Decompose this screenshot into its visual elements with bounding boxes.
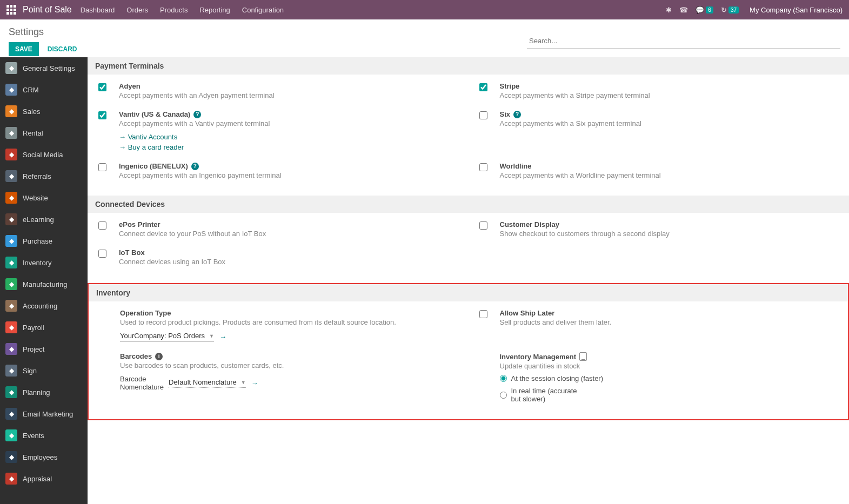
sidebar-app-icon: ◆ bbox=[5, 343, 17, 355]
external-link-icon[interactable]: → bbox=[219, 333, 226, 341]
sidebar-item-label: Social Media bbox=[23, 151, 82, 159]
setting-epos: ePos Printer Connect device to your PoS … bbox=[98, 220, 458, 238]
bug-icon[interactable]: ✱ bbox=[666, 6, 672, 14]
help-icon[interactable]: ? bbox=[193, 111, 201, 118]
checkbox-customer-display[interactable] bbox=[479, 221, 487, 230]
radio-session-closing[interactable] bbox=[500, 375, 507, 382]
sidebar-item-project[interactable]: ◆Project bbox=[0, 338, 88, 360]
help-icon[interactable]: ? bbox=[513, 111, 521, 118]
sidebar-item-label: Sign bbox=[23, 367, 82, 375]
sidebar-item-label: General Settings bbox=[23, 64, 82, 72]
save-button[interactable]: SAVE bbox=[9, 42, 39, 56]
developer-icon bbox=[579, 352, 587, 361]
settings-content: Payment Terminals Adyen Accept payments … bbox=[88, 57, 849, 504]
external-link-icon[interactable]: → bbox=[251, 379, 258, 387]
sidebar-item-accounting[interactable]: ◆Accounting bbox=[0, 295, 88, 317]
sidebar-item-email-marketing[interactable]: ◆Email Marketing bbox=[0, 403, 88, 425]
sidebar-item-purchase[interactable]: ◆Purchase bbox=[0, 230, 88, 252]
sidebar-item-general-settings[interactable]: ◆General Settings bbox=[0, 57, 88, 79]
radio-real-time[interactable] bbox=[500, 392, 507, 399]
settings-sidebar: ◆General Settings◆CRM◆Sales◆Rental◆Socia… bbox=[0, 57, 88, 504]
checkbox-ship-later[interactable] bbox=[479, 310, 487, 318]
link-buy-card-reader[interactable]: Buy a card reader bbox=[119, 143, 458, 151]
sidebar-item-elearning[interactable]: ◆eLearning bbox=[0, 209, 88, 230]
sidebar-item-label: Sales bbox=[23, 107, 82, 116]
sidebar-item-inventory[interactable]: ◆Inventory bbox=[0, 252, 88, 273]
desc-barcodes: Use barcodes to scan products, customer … bbox=[120, 361, 458, 369]
sidebar-item-employees[interactable]: ◆Employees bbox=[0, 446, 88, 468]
company-switcher[interactable]: My Company (San Francisco) bbox=[750, 6, 843, 14]
sidebar-item-appraisal[interactable]: ◆Appraisal bbox=[0, 468, 88, 489]
setting-iot-box: IoT Box Connect devices using an IoT Box bbox=[98, 248, 458, 266]
sidebar-app-icon: ◆ bbox=[5, 235, 17, 247]
desc-customer-display: Show checkout to customers through a sec… bbox=[500, 230, 839, 238]
systray: ✱ ☎ 💬6 ↻37 My Company (San Francisco) bbox=[666, 6, 843, 14]
messages-icon[interactable]: 💬6 bbox=[696, 6, 713, 14]
section-header-payment-terminals: Payment Terminals bbox=[88, 57, 849, 75]
checkbox-worldline[interactable] bbox=[479, 163, 487, 171]
apps-grid-icon[interactable] bbox=[6, 5, 16, 15]
sidebar-item-crm[interactable]: ◆CRM bbox=[0, 79, 88, 100]
sidebar-app-icon: ◆ bbox=[5, 408, 17, 420]
control-bar: Settings SAVE DISCARD bbox=[0, 19, 849, 57]
checkbox-iot-box[interactable] bbox=[98, 250, 106, 258]
discard-button[interactable]: DISCARD bbox=[42, 42, 83, 56]
app-brand[interactable]: Point of Sale bbox=[23, 5, 72, 15]
setting-customer-display: Customer Display Show checkout to custom… bbox=[479, 220, 839, 238]
activities-icon[interactable]: ↻37 bbox=[721, 6, 739, 14]
help-icon[interactable]: ? bbox=[191, 163, 199, 170]
setting-barcodes: Barcodesi Use barcodes to scan products,… bbox=[99, 352, 458, 391]
checkbox-six[interactable] bbox=[479, 111, 487, 119]
desc-adyen: Accept payments with an Adyen payment te… bbox=[119, 91, 458, 99]
label-iot-box: IoT Box bbox=[119, 248, 458, 257]
checkbox-stripe[interactable] bbox=[479, 83, 487, 91]
sidebar-item-sign[interactable]: ◆Sign bbox=[0, 360, 88, 381]
sidebar-item-sales[interactable]: ◆Sales bbox=[0, 100, 88, 122]
desc-inventory-management: Update quantities in stock bbox=[500, 362, 838, 370]
inventory-highlight: Inventory Operation Type Used to record … bbox=[88, 283, 849, 420]
checkbox-vantiv[interactable] bbox=[98, 111, 106, 119]
sidebar-item-referrals[interactable]: ◆Referrals bbox=[0, 165, 88, 187]
sidebar-item-website[interactable]: ◆Website bbox=[0, 187, 88, 209]
desc-iot-box: Connect devices using an IoT Box bbox=[119, 258, 458, 266]
sidebar-item-social-media[interactable]: ◆Social Media bbox=[0, 144, 88, 165]
sidebar-item-events[interactable]: ◆Events bbox=[0, 425, 88, 446]
support-icon[interactable]: ☎ bbox=[679, 6, 688, 14]
sidebar-app-icon: ◆ bbox=[5, 300, 17, 312]
info-icon[interactable]: i bbox=[155, 353, 163, 360]
radio-label-real-time: In real time (accurate but slower) bbox=[511, 387, 587, 403]
sidebar-item-label: Appraisal bbox=[23, 475, 82, 483]
barcode-nomenclature-dropdown[interactable]: Default Nomenclature ▼ bbox=[169, 378, 246, 388]
setting-worldline: Worldline Accept payments with a Worldli… bbox=[479, 162, 839, 179]
search-input[interactable] bbox=[527, 33, 840, 49]
label-barcodes: Barcodes bbox=[120, 352, 152, 360]
sidebar-item-planning[interactable]: ◆Planning bbox=[0, 381, 88, 403]
sidebar-app-icon: ◆ bbox=[5, 386, 17, 398]
desc-worldline: Accept payments with a Worldline payment… bbox=[500, 171, 839, 179]
top-menu: Dashboard Orders Products Reporting Conf… bbox=[81, 6, 284, 14]
caret-down-icon: ▼ bbox=[241, 380, 246, 385]
desc-epos: Connect device to your PoS without an Io… bbox=[119, 230, 458, 238]
sidebar-app-icon: ◆ bbox=[5, 105, 17, 117]
menu-configuration[interactable]: Configuration bbox=[242, 6, 284, 14]
sidebar-app-icon: ◆ bbox=[5, 192, 17, 204]
link-vantiv-accounts[interactable]: Vantiv Accounts bbox=[119, 133, 458, 141]
sidebar-item-label: CRM bbox=[23, 86, 82, 94]
setting-operation-type: Operation Type Used to record product pi… bbox=[99, 309, 458, 341]
sidebar-item-manufacturing[interactable]: ◆Manufacturing bbox=[0, 273, 88, 295]
menu-orders[interactable]: Orders bbox=[126, 6, 148, 14]
checkbox-ingenico[interactable] bbox=[98, 163, 106, 171]
sidebar-item-rental[interactable]: ◆Rental bbox=[0, 122, 88, 144]
section-header-inventory: Inventory bbox=[89, 284, 848, 301]
menu-reporting[interactable]: Reporting bbox=[199, 6, 230, 14]
sidebar-item-label: eLearning bbox=[23, 216, 82, 224]
checkbox-epos[interactable] bbox=[98, 221, 106, 230]
sidebar-app-icon: ◆ bbox=[5, 429, 17, 441]
label-adyen: Adyen bbox=[119, 82, 458, 90]
menu-products[interactable]: Products bbox=[160, 6, 188, 14]
sidebar-item-payroll[interactable]: ◆Payroll bbox=[0, 317, 88, 338]
menu-dashboard[interactable]: Dashboard bbox=[81, 6, 115, 14]
checkbox-adyen[interactable] bbox=[98, 83, 106, 91]
operation-type-dropdown[interactable]: YourCompany: PoS Orders ▼ bbox=[120, 332, 214, 341]
sidebar-item-label: Events bbox=[23, 432, 82, 440]
